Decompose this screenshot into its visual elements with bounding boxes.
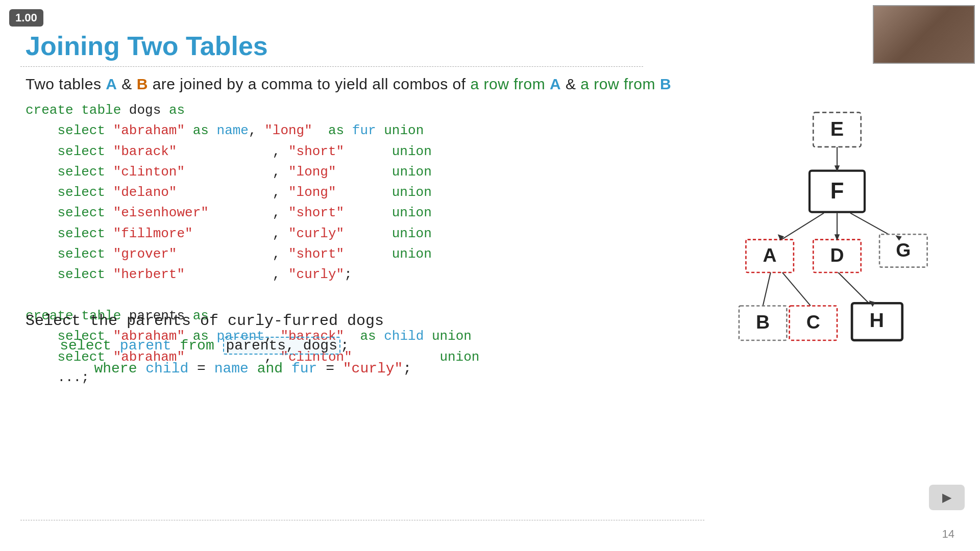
- description-line: Two tables A & B are joined by a comma t…: [26, 76, 671, 93]
- desc-amp1: &: [121, 76, 136, 92]
- page-title: Joining Two Tables: [26, 31, 268, 61]
- play-button[interactable]: [929, 485, 965, 510]
- svg-text:C: C: [806, 311, 820, 333]
- tree-diagram: E F A D G B C H: [725, 107, 949, 383]
- svg-text:F: F: [830, 179, 844, 203]
- desc-B2: B: [660, 76, 671, 92]
- plain-text-desc: Select the parents of curly-furred dogs: [26, 312, 384, 330]
- svg-line-1: [781, 213, 824, 240]
- desc-A2: A: [550, 76, 561, 92]
- sql-query: select parent from parents, dogs; where …: [26, 335, 411, 381]
- slide-badge: 1.00: [9, 9, 43, 27]
- svg-text:E: E: [830, 117, 844, 140]
- desc-middle: are joined by a comma to yield all combo…: [153, 76, 471, 92]
- from-highlight: parents, dogs: [223, 337, 340, 355]
- page-number: 14: [942, 528, 954, 541]
- svg-text:A: A: [763, 244, 777, 266]
- desc-amp2: &: [566, 76, 580, 92]
- svg-text:H: H: [870, 309, 885, 331]
- title-divider: [20, 66, 643, 67]
- desc-A: A: [106, 76, 117, 92]
- desc-a-row-from: a row from: [470, 76, 550, 92]
- svg-line-6: [837, 271, 872, 306]
- svg-text:D: D: [830, 244, 844, 266]
- video-preview: [874, 6, 974, 63]
- desc-B: B: [137, 76, 148, 92]
- svg-text:G: G: [896, 239, 911, 261]
- svg-line-5: [781, 271, 811, 306]
- svg-line-4: [763, 271, 771, 306]
- bottom-divider: [20, 520, 704, 520]
- svg-text:B: B: [756, 311, 770, 333]
- desc-a-row-from2: a row from: [580, 76, 660, 92]
- desc-prefix: Two tables: [26, 76, 106, 92]
- video-thumbnail: [873, 5, 975, 64]
